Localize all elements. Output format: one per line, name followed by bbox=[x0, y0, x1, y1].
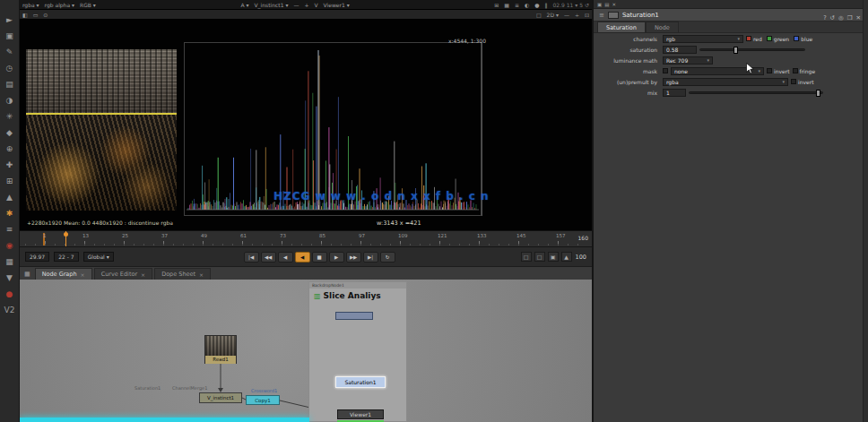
properties-header-icon-2[interactable]: ◎ bbox=[837, 14, 846, 22]
tab-close-icon[interactable]: × bbox=[81, 271, 85, 278]
goto-end-button[interactable]: ▶| bbox=[363, 252, 378, 263]
node-graph[interactable]: BackdropNode1 ▥ Slice Analiys Read1 V_in… bbox=[20, 280, 592, 422]
panel-top-icon-0[interactable]: ▣ bbox=[597, 2, 602, 7]
properties-header-icon-0[interactable]: ? bbox=[821, 14, 828, 22]
viewer-tool-icon-2[interactable]: ⊙ bbox=[40, 10, 50, 20]
properties-header-icon-1[interactable]: ↺ bbox=[829, 14, 837, 22]
time-tool-icon[interactable]: ◷ bbox=[2, 61, 18, 75]
cursor-tool-icon[interactable]: ► bbox=[2, 13, 18, 27]
viewer-layer-dropdown-1[interactable]: rgb alpha ▾ bbox=[42, 0, 77, 10]
viewer-input-control-1[interactable]: V_instinct1 ▾ bbox=[251, 0, 291, 10]
viewer-input-control-3[interactable]: + bbox=[301, 0, 311, 10]
tab-dope-sheet[interactable]: Dope Sheet× bbox=[154, 268, 211, 280]
image-tool-icon[interactable]: ▣ bbox=[2, 29, 18, 43]
3d-tool-icon[interactable]: ▲ bbox=[2, 190, 18, 204]
step-back-button[interactable]: ◀ bbox=[278, 252, 293, 263]
viewer-display-icon-5[interactable]: ‖ bbox=[542, 0, 551, 10]
node-v-instinct1[interactable]: V_instinct1 bbox=[199, 392, 242, 403]
step-forward-button[interactable]: ▶▶ bbox=[346, 252, 361, 263]
tab-close-icon[interactable]: × bbox=[199, 271, 204, 278]
saturation-value-field[interactable]: 0.58 bbox=[663, 46, 697, 54]
saturation-slider-handle[interactable] bbox=[733, 47, 738, 54]
viewer-tool-icon-0[interactable]: ◧ bbox=[20, 10, 30, 20]
viewer-layer-dropdown-0[interactable]: rgba ▾ bbox=[20, 0, 42, 10]
mix-slider-handle[interactable] bbox=[816, 90, 820, 97]
viewer-input-control-4[interactable]: V bbox=[311, 0, 320, 10]
panel-top-icon-1[interactable]: ▤ bbox=[604, 2, 609, 7]
views-tool-icon[interactable]: ◉ bbox=[2, 238, 18, 253]
channel-tool-icon[interactable]: ▤ bbox=[2, 77, 18, 91]
viewer-display-icon-0[interactable]: ⊞ bbox=[491, 0, 501, 10]
particles-tool-icon[interactable]: ✱ bbox=[2, 206, 18, 220]
viewer-display-icon-1[interactable]: ▦ bbox=[501, 0, 512, 10]
mask-channel-dropdown[interactable]: none ▾ bbox=[671, 67, 764, 75]
frame-range-field[interactable]: 22 - 7 bbox=[54, 252, 78, 262]
node-saturation1-selected[interactable]: Saturation1 bbox=[335, 376, 386, 388]
unpremult-invert-checkbox[interactable]: invert bbox=[791, 79, 814, 85]
viewer-mode-control-4[interactable]: ⊡ bbox=[582, 10, 592, 20]
goto-start-button[interactable]: |◀ bbox=[244, 252, 259, 263]
version-label[interactable]: V2 bbox=[2, 303, 18, 317]
transport-right-icon-2[interactable]: ▣ bbox=[548, 252, 559, 262]
channel-checkbox-green[interactable]: green bbox=[767, 36, 789, 42]
viewer-mode-control-1[interactable]: 2D ▾ bbox=[544, 10, 561, 20]
unpremult-dropdown[interactable]: rgba ▾ bbox=[663, 78, 788, 86]
channel-checkbox-blue[interactable]: blue bbox=[794, 36, 812, 42]
other-tool-icon[interactable]: ● bbox=[2, 287, 18, 301]
draw-tool-icon[interactable]: ✎ bbox=[2, 45, 18, 59]
tab-close-icon[interactable]: × bbox=[141, 271, 145, 278]
viewer-input-control-2[interactable]: — bbox=[291, 0, 301, 10]
viewer-layer-dropdown-2[interactable]: RGB ▾ bbox=[77, 0, 99, 10]
properties-header-icon-4[interactable]: ✕ bbox=[855, 14, 863, 22]
mask-enable-checkbox[interactable] bbox=[663, 68, 668, 73]
transform-tool-icon[interactable]: ✚ bbox=[2, 158, 18, 172]
tab-curve-editor[interactable]: Curve Editor× bbox=[94, 268, 153, 280]
viewer-display-icon-2[interactable]: ≡ bbox=[512, 0, 522, 10]
node-read1[interactable]: Read1 bbox=[204, 335, 237, 364]
timeline-ruler[interactable]: 160 11325374961738597109121133145157 bbox=[20, 230, 592, 246]
loop-button[interactable]: ↻ bbox=[380, 252, 395, 263]
node-viewer1[interactable]: Viewer1 bbox=[337, 409, 384, 419]
range-mode-dropdown[interactable]: Global ▾ bbox=[83, 252, 114, 262]
play-forward-button[interactable]: ▶ bbox=[329, 252, 344, 263]
channel-checkbox-red[interactable]: red bbox=[746, 36, 762, 42]
panel-menu-icon[interactable]: ▦ bbox=[22, 271, 35, 280]
tab-saturation[interactable]: Saturation bbox=[597, 22, 646, 32]
tab-node-graph[interactable]: Node Graph× bbox=[35, 268, 92, 280]
fps-field[interactable]: 29.97 bbox=[25, 252, 49, 262]
properties-header-icon-3[interactable]: ❐ bbox=[846, 14, 855, 22]
warp-tool-icon[interactable]: ⊞ bbox=[2, 174, 18, 188]
panel-top-icon-2[interactable]: ✕ bbox=[612, 2, 616, 7]
merge-tool-icon[interactable]: ⊕ bbox=[2, 142, 18, 156]
channels-dropdown[interactable]: rgb ▾ bbox=[663, 35, 743, 43]
viewer-mode-control-2[interactable]: — bbox=[561, 10, 572, 20]
panel-scrollbar[interactable] bbox=[863, 0, 868, 422]
viewer-mode-control-3[interactable]: ÷ bbox=[572, 10, 582, 20]
node-copy1[interactable]: Copy1 bbox=[246, 395, 280, 405]
mask-fringe-checkbox[interactable]: fringe bbox=[793, 68, 816, 74]
node-name-field[interactable]: Saturation1 bbox=[622, 12, 818, 19]
mix-value-field[interactable]: 1 bbox=[663, 89, 686, 97]
color-tool-icon[interactable]: ◑ bbox=[2, 93, 18, 108]
transport-right-icon-3[interactable]: ▲ bbox=[561, 252, 572, 262]
viewer-display-icon-3[interactable]: ◐ bbox=[522, 0, 532, 10]
transport-right-icon-0[interactable]: □ bbox=[521, 252, 532, 262]
viewer-display-icon-4[interactable]: ● bbox=[532, 0, 542, 10]
backdrop-header-label[interactable]: BackdropNode1 bbox=[309, 282, 406, 289]
metadata-tool-icon[interactable]: ▦ bbox=[2, 254, 18, 269]
tab-node[interactable]: Node bbox=[646, 22, 679, 32]
play-backward-button[interactable]: ◀ bbox=[295, 252, 310, 263]
luminance-math-dropdown[interactable]: Rec 709 ▾ bbox=[663, 56, 713, 65]
toolsets-tool-icon[interactable]: ▼ bbox=[2, 271, 18, 285]
deep-tool-icon[interactable]: ≡ bbox=[2, 222, 18, 237]
viewer-canvas[interactable]: x:4544, 1:300 HZCG w w w . o d n x x f b… bbox=[20, 20, 592, 230]
prev-keyframe-button[interactable]: ◀◀ bbox=[261, 252, 276, 263]
node-dot[interactable] bbox=[335, 312, 373, 320]
backdrop-node[interactable]: BackdropNode1 ▥ Slice Analiys bbox=[308, 281, 407, 422]
keyer-tool-icon[interactable]: ◆ bbox=[2, 125, 18, 140]
node-color-chip[interactable] bbox=[608, 12, 619, 19]
saturation-slider[interactable] bbox=[699, 48, 805, 51]
viewer-tool-icon-1[interactable]: ▭ bbox=[30, 10, 41, 20]
viewer-mode-control-0[interactable]: □ bbox=[534, 10, 544, 20]
filter-tool-icon[interactable]: ✳ bbox=[2, 109, 18, 124]
